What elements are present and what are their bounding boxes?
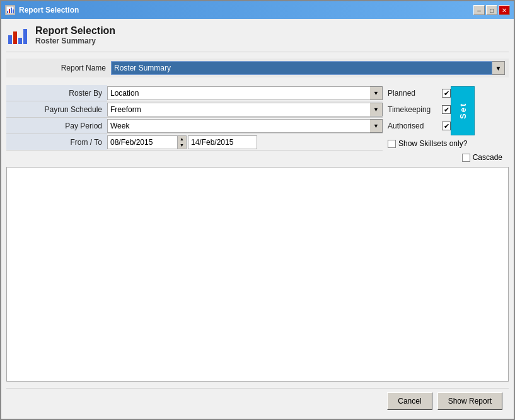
cascade-area: Cascade xyxy=(6,153,509,162)
close-button[interactable]: ✕ xyxy=(499,5,510,15)
bar3 xyxy=(18,38,22,44)
window-title: Report Selection xyxy=(19,6,79,14)
roster-by-select-wrapper: Location Department Employee ▼ xyxy=(107,86,383,100)
from-date-up[interactable]: ▲ xyxy=(178,136,186,142)
planned-label: Planned xyxy=(388,89,438,98)
roster-by-label: Roster By xyxy=(6,85,107,101)
pay-period-select[interactable]: Week Fortnight Month xyxy=(107,119,383,133)
from-date-spinner[interactable]: ▲ ▼ xyxy=(177,136,186,149)
payrun-schedule-control: Freeform Weekly ▼ xyxy=(107,101,383,118)
pay-period-label: Pay Period xyxy=(6,118,107,134)
from-date-input[interactable] xyxy=(108,136,177,149)
timekeeping-row: Timekeeping ✔ xyxy=(383,101,451,118)
window-inner: Report Selection Roster Summary Report N… xyxy=(1,19,514,419)
fields-and-right: Roster By Location Department Employee ▼ xyxy=(6,85,509,150)
pay-period-control: Week Fortnight Month ▼ xyxy=(107,118,383,134)
payrun-schedule-select[interactable]: Freeform Weekly xyxy=(107,103,383,116)
bottom-bar: Cancel Show Report xyxy=(6,388,509,414)
cascade-checkbox[interactable] xyxy=(462,154,470,162)
from-to-label: From / To xyxy=(6,134,107,150)
svg-rect-4 xyxy=(13,9,14,13)
report-name-row: Report Name Roster Summary ▼ xyxy=(6,59,509,77)
bar4 xyxy=(23,29,27,44)
authorised-checkbox[interactable]: ✔ xyxy=(442,122,451,130)
pay-period-row: Pay Period Week Fortnight Month ▼ xyxy=(6,118,383,134)
main-window: Report Selection – □ ✕ Report Selection … xyxy=(0,0,515,420)
app-icon xyxy=(5,5,15,15)
skillsets-row: Show Skillsets only? xyxy=(383,137,509,150)
planned-checkbox[interactable]: ✔ xyxy=(442,89,451,98)
report-name-dropdown-arrow[interactable]: ▼ xyxy=(492,61,505,75)
svg-rect-3 xyxy=(11,8,12,13)
timekeeping-label: Timekeeping xyxy=(388,105,438,114)
bar-chart-icon xyxy=(8,26,27,44)
roster-by-select[interactable]: Location Department Employee xyxy=(107,86,383,100)
header-sub-title: Roster Summary xyxy=(35,37,115,45)
roster-by-control: Location Department Employee ▼ xyxy=(107,85,383,101)
svg-rect-1 xyxy=(7,11,8,13)
left-fields: Roster By Location Department Employee ▼ xyxy=(6,85,383,150)
header-section: Report Selection Roster Summary xyxy=(6,24,509,52)
to-date-input[interactable] xyxy=(188,135,257,149)
right-controls: Planned ✔ Timekeeping ✔ Authorised ✔ xyxy=(383,85,509,150)
show-report-button[interactable]: Show Report xyxy=(437,392,502,410)
bar2 xyxy=(13,31,17,44)
roster-by-row: Roster By Location Department Employee ▼ xyxy=(6,85,383,101)
set-button[interactable]: Set xyxy=(451,86,475,135)
report-icon xyxy=(6,24,29,47)
header-titles: Report Selection Roster Summary xyxy=(35,25,115,45)
payrun-schedule-select-wrapper: Freeform Weekly ▼ xyxy=(107,103,383,116)
pay-period-select-wrapper: Week Fortnight Month ▼ xyxy=(107,119,383,133)
from-to-inputs: ▲ ▼ xyxy=(107,135,257,149)
minimize-button[interactable]: – xyxy=(473,5,485,15)
show-skillsets-checkbox[interactable] xyxy=(388,140,396,148)
bar1 xyxy=(8,35,12,44)
show-skillsets-label: Show Skillsets only? xyxy=(398,139,467,148)
report-name-label: Report Name xyxy=(10,64,111,72)
content-box xyxy=(6,167,509,382)
checkbox-list: Planned ✔ Timekeeping ✔ Authorised ✔ xyxy=(383,85,451,134)
title-bar-left: Report Selection xyxy=(5,5,79,15)
payrun-schedule-label: Payrun Schedule xyxy=(6,101,107,118)
from-date-wrapper: ▲ ▼ xyxy=(107,135,187,149)
title-bar: Report Selection – □ ✕ xyxy=(1,1,514,19)
report-name-select[interactable]: Roster Summary xyxy=(111,61,492,75)
authorised-label: Authorised xyxy=(388,122,438,130)
cancel-button[interactable]: Cancel xyxy=(387,392,432,410)
title-bar-controls: – □ ✕ xyxy=(473,5,510,15)
planned-row: Planned ✔ xyxy=(383,85,451,101)
from-to-control: ▲ ▼ xyxy=(107,134,383,150)
from-date-down[interactable]: ▼ xyxy=(178,142,186,149)
cascade-label: Cascade xyxy=(473,153,502,162)
authorised-row: Authorised ✔ xyxy=(383,118,451,134)
from-to-row: From / To ▲ ▼ xyxy=(6,134,383,150)
timekeeping-checkbox[interactable]: ✔ xyxy=(442,105,451,114)
svg-rect-2 xyxy=(9,9,10,13)
restore-button[interactable]: □ xyxy=(486,5,497,15)
payrun-schedule-row: Payrun Schedule Freeform Weekly ▼ xyxy=(6,101,383,118)
report-name-wrapper: Roster Summary ▼ xyxy=(111,61,505,75)
checkboxes-and-set: Planned ✔ Timekeeping ✔ Authorised ✔ xyxy=(383,85,509,135)
header-main-title: Report Selection xyxy=(35,25,115,37)
